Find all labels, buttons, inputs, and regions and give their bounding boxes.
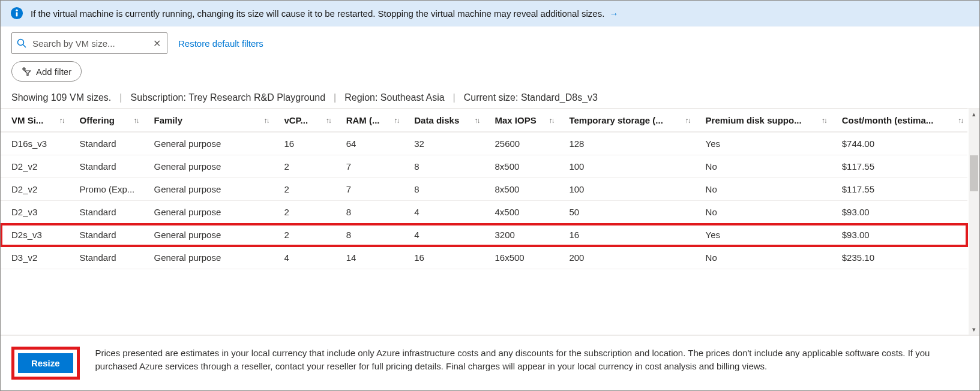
cell-size: D2_v3 (1, 201, 69, 224)
cell-vcpu: 2 (273, 178, 335, 201)
table-row[interactable]: D3_v2StandardGeneral purpose4141616x5002… (1, 246, 967, 269)
cell-cost: $93.00 (831, 224, 967, 246)
cell-vcpu: 2 (273, 201, 335, 224)
cell-offering: Standard (69, 155, 143, 178)
search-box[interactable]: ✕ (11, 32, 167, 54)
cell-premium: Yes (695, 132, 831, 155)
sort-icon: ↑↓ (59, 116, 64, 125)
column-header-label: Temporary storage (... (569, 115, 663, 125)
resize-button[interactable]: Resize (18, 353, 73, 373)
status-region: Region: Southeast Asia (344, 92, 444, 103)
search-input[interactable] (31, 38, 152, 49)
toolbar: ✕ Restore default filters Add filter Sho… (1, 26, 979, 103)
cell-cost: $744.00 (831, 132, 967, 155)
sort-icon: ↑↓ (958, 116, 963, 125)
add-filter-button[interactable]: Add filter (11, 61, 82, 82)
column-header[interactable]: VM Si...↑↓ (1, 109, 69, 133)
cell-family: General purpose (143, 178, 274, 201)
column-header-label: Offering (80, 115, 115, 125)
cell-iops: 4x500 (484, 201, 558, 224)
table-row[interactable]: D2_v2Promo (Exp...General purpose2788x50… (1, 178, 967, 201)
column-header-label: Cost/month (estima... (842, 115, 934, 125)
svg-point-2 (16, 9, 17, 11)
column-header[interactable]: Temporary storage (...↑↓ (558, 109, 694, 133)
cell-disks: 4 (403, 201, 484, 224)
cell-vcpu: 2 (273, 155, 335, 178)
cell-temp: 50 (558, 201, 694, 224)
column-header[interactable]: RAM (...↑↓ (335, 109, 404, 133)
sort-icon: ↑↓ (394, 116, 398, 125)
column-header[interactable]: Premium disk suppo...↑↓ (695, 109, 831, 133)
cell-family: General purpose (143, 224, 274, 246)
sort-icon: ↑↓ (263, 116, 268, 125)
scroll-track[interactable] (969, 119, 979, 324)
cell-ram: 8 (335, 201, 404, 224)
vm-size-table-wrap: VM Si...↑↓Offering↑↓Family↑↓vCP...↑↓RAM … (1, 108, 979, 335)
vertical-scrollbar[interactable]: ▴ ▾ (969, 109, 979, 335)
cell-disks: 8 (403, 155, 484, 178)
restore-filters-link[interactable]: Restore default filters (178, 38, 263, 49)
cell-temp: 128 (558, 132, 694, 155)
cell-temp: 100 (558, 155, 694, 178)
cell-size: D2s_v3 (1, 224, 69, 246)
cell-disks: 16 (403, 246, 484, 269)
info-banner-text: If the virtual machine is currently runn… (31, 8, 618, 19)
info-banner: If the virtual machine is currently runn… (1, 1, 979, 26)
cell-size: D2_v2 (1, 155, 69, 178)
svg-point-3 (18, 40, 24, 46)
scroll-thumb[interactable] (970, 155, 978, 191)
region-value: Southeast Asia (380, 92, 445, 103)
cell-premium: No (695, 201, 831, 224)
column-header[interactable]: Offering↑↓ (69, 109, 143, 133)
table-row[interactable]: D16s_v3StandardGeneral purpose1664322560… (1, 132, 967, 155)
cell-offering: Standard (69, 224, 143, 246)
cell-ram: 14 (335, 246, 404, 269)
toolbar-row-2: Add filter (11, 61, 969, 82)
separator: | (334, 92, 336, 103)
cell-temp: 16 (558, 224, 694, 246)
scroll-up-icon[interactable]: ▴ (969, 109, 979, 119)
cell-disks: 8 (403, 178, 484, 201)
cell-vcpu: 4 (273, 246, 335, 269)
column-header-label: VM Si... (11, 115, 43, 125)
table-row[interactable]: D2s_v3StandardGeneral purpose284320016Ye… (1, 224, 967, 246)
column-header[interactable]: Family↑↓ (143, 109, 274, 133)
cell-offering: Standard (69, 201, 143, 224)
column-header[interactable]: Max IOPS↑↓ (484, 109, 558, 133)
clear-icon[interactable]: ✕ (152, 38, 162, 49)
info-learn-more-link[interactable]: → (609, 8, 618, 19)
column-header[interactable]: Data disks↑↓ (403, 109, 484, 133)
cell-disks: 4 (403, 224, 484, 246)
cell-iops: 8x500 (484, 178, 558, 201)
table-row[interactable]: D2_v3StandardGeneral purpose2844x50050No… (1, 201, 967, 224)
column-header[interactable]: vCP...↑↓ (273, 109, 335, 133)
resize-highlight-box: Resize (11, 347, 80, 380)
cell-ram: 7 (335, 178, 404, 201)
column-header-label: Data disks (414, 115, 459, 125)
cell-ram: 64 (335, 132, 404, 155)
column-header-label: RAM (... (346, 115, 380, 125)
sort-icon: ↑↓ (474, 116, 479, 125)
cell-temp: 200 (558, 246, 694, 269)
info-icon (10, 7, 23, 20)
cell-cost: $93.00 (831, 201, 967, 224)
cell-iops: 3200 (484, 224, 558, 246)
cell-iops: 16x500 (484, 246, 558, 269)
column-header-label: Max IOPS (495, 115, 536, 125)
cell-disks: 32 (403, 132, 484, 155)
table-row[interactable]: D2_v2StandardGeneral purpose2788x500100N… (1, 155, 967, 178)
cell-ram: 7 (335, 155, 404, 178)
arrow-right-icon: → (609, 8, 618, 19)
scroll-down-icon[interactable]: ▾ (969, 324, 979, 335)
cell-premium: No (695, 155, 831, 178)
sort-icon: ↑↓ (822, 116, 826, 125)
cell-family: General purpose (143, 132, 274, 155)
region-label: Region: (344, 92, 377, 103)
subscription-label: Subscription: (130, 92, 186, 103)
vm-size-panel: If the virtual machine is currently runn… (0, 0, 980, 391)
vm-size-table: VM Si...↑↓Offering↑↓Family↑↓vCP...↑↓RAM … (1, 109, 967, 269)
column-header-label: Premium disk suppo... (706, 115, 802, 125)
column-header[interactable]: Cost/month (estima...↑↓ (831, 109, 967, 133)
cell-size: D2_v2 (1, 178, 69, 201)
current-size-label: Current size: (464, 92, 519, 103)
